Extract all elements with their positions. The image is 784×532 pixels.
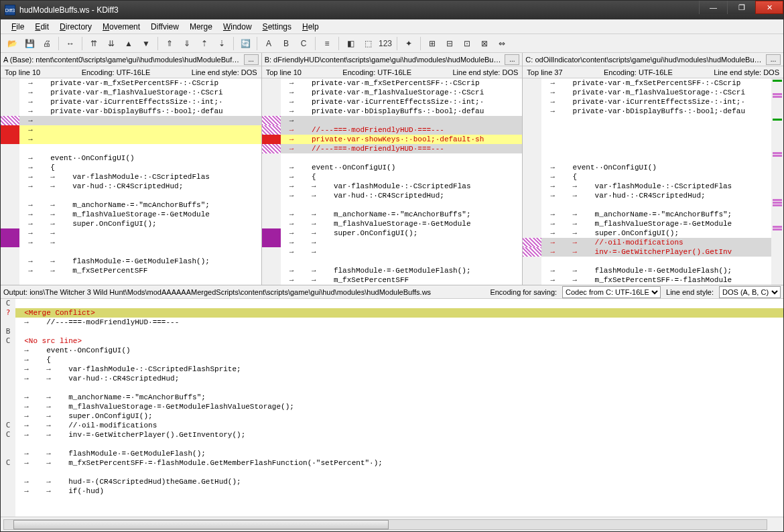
pane-b-gutter — [262, 78, 281, 285]
toolbar-button-7[interactable]: ▼ — [139, 36, 153, 51]
toolbar-button-12[interactable]: 🔄 — [238, 36, 253, 51]
menu-window[interactable]: Window — [218, 21, 257, 33]
output-encoding-label: Encoding for saving: — [490, 288, 557, 296]
pane-a-path: A (Base): ntent\content0\scripts\game\gu… — [3, 56, 241, 64]
close-button[interactable]: ✕ — [755, 1, 783, 14]
toolbar-button-16[interactable]: ≡ — [320, 36, 334, 51]
scrollbar-thumb[interactable] — [13, 520, 389, 529]
toolbar-button-20[interactable]: ✦ — [401, 36, 416, 51]
app-window: Diff3 hudModuleBuffs.ws - KDiff3 — ❐ ✕ F… — [0, 0, 784, 532]
pane-b: B: dFriendlyHUD\content\scripts\game\gui… — [262, 53, 523, 285]
output-gutter: C?BCCCC — [1, 299, 15, 517]
menu-help[interactable]: Help — [297, 21, 324, 33]
toolbar-button-0[interactable]: 📂 — [5, 36, 19, 51]
maximize-button[interactable]: ❐ — [727, 1, 755, 14]
toolbar-button-17[interactable]: ◧ — [343, 36, 358, 51]
output-header: Output: ions\The Witcher 3 Wild Hunt\Mod… — [1, 285, 783, 299]
toolbar-button-11[interactable]: ⇣ — [214, 36, 229, 51]
menu-diffview[interactable]: Diffview — [145, 21, 184, 33]
toolbar-button-10[interactable]: ⇡ — [197, 36, 212, 51]
toolbar: 📂💾🖨↔⇈⇊▲▼⇑⇓⇡⇣🔄ABC≡◧⬚123✦⊞⊟⊡⊠⇔ — [1, 34, 783, 53]
menubar: File Edit Directory Movement Diffview Me… — [1, 19, 783, 34]
pane-c-path: C: odOilIndicator\content\scripts\game\g… — [525, 56, 763, 64]
pane-a: A (Base): ntent\content0\scripts\game\gu… — [1, 53, 262, 285]
overview-strip[interactable] — [771, 78, 783, 285]
toolbar-button-15[interactable]: C — [296, 36, 311, 51]
toolbar-button-14[interactable]: B — [279, 36, 293, 51]
pane-b-encoding: Encoding: UTF-16LE — [342, 68, 411, 76]
pane-a-gutter — [1, 78, 19, 285]
app-icon: Diff3 — [5, 5, 15, 15]
toolbar-button-5[interactable]: ⇊ — [104, 36, 119, 51]
pane-c-gutter — [523, 78, 541, 285]
toolbar-button-18[interactable]: ⬚ — [361, 36, 375, 51]
toolbar-button-25[interactable]: ⇔ — [495, 36, 509, 51]
pane-a-encoding: Encoding: UTF-16LE — [82, 68, 151, 76]
pane-a-code[interactable]: → private·var·m_fxSetPercentSFF·:·CScrip… — [19, 78, 261, 285]
menu-directory[interactable]: Directory — [54, 21, 97, 33]
output-lineend-label: Line end style: — [666, 288, 714, 296]
toolbar-button-8[interactable]: ⇑ — [162, 36, 177, 51]
menu-edit[interactable]: Edit — [29, 21, 54, 33]
pane-c-code[interactable]: → private·var·m_fxSetPercentSFF·:·CScrip… — [541, 78, 771, 285]
output-lineend-select[interactable]: DOS (A, B, C) — [719, 286, 781, 298]
output-path: Output: ions\The Witcher 3 Wild Hunt\Mod… — [3, 288, 431, 296]
toolbar-button-3[interactable]: ↔ — [63, 36, 78, 51]
pane-a-lineend: Line end style: DOS — [192, 68, 257, 76]
pane-c-browse-button[interactable]: ... — [766, 54, 781, 65]
toolbar-button-24[interactable]: ⊠ — [477, 36, 492, 51]
toolbar-button-21[interactable]: ⊞ — [425, 36, 440, 51]
pane-a-browse-button[interactable]: ... — [244, 54, 259, 65]
toolbar-button-1[interactable]: 💾 — [22, 36, 37, 51]
pane-b-path: B: dFriendlyHUD\content\scripts\game\gui… — [265, 56, 503, 64]
statusbar — [1, 517, 783, 531]
window-title: hudModuleBuffs.ws - KDiff3 — [19, 5, 699, 15]
horizontal-scrollbar[interactable] — [3, 519, 767, 530]
toolbar-button-2[interactable]: 🖨 — [40, 36, 54, 51]
toolbar-button-22[interactable]: ⊟ — [442, 36, 457, 51]
toolbar-button-4[interactable]: ⇈ — [86, 36, 101, 51]
menu-settings[interactable]: Settings — [257, 21, 297, 33]
pane-b-topline: Top line 10 — [266, 68, 302, 76]
pane-c-topline: Top line 37 — [527, 68, 562, 76]
menu-file[interactable]: File — [6, 21, 29, 33]
toolbar-button-23[interactable]: ⊡ — [460, 36, 474, 51]
pane-b-lineend: Line end style: DOS — [452, 68, 518, 76]
pane-b-code[interactable]: → private·var·m_fxSetPercentSFF·:·CScrip… — [281, 78, 523, 285]
output-body: C?BCCCC <Merge Conflict> → //---===·modF… — [1, 299, 783, 517]
pane-b-browse-button[interactable]: ... — [505, 54, 519, 65]
toolbar-button-19[interactable]: 123 — [378, 36, 393, 51]
output-code[interactable]: <Merge Conflict> → //---===·modFriendlyH… — [15, 299, 783, 517]
pane-c-lineend: Line end style: DOS — [714, 68, 779, 76]
pane-a-topline: Top line 10 — [5, 68, 40, 76]
diff-panes: A (Base): ntent\content0\scripts\game\gu… — [1, 53, 783, 285]
menu-movement[interactable]: Movement — [97, 21, 145, 33]
toolbar-button-9[interactable]: ⇓ — [180, 36, 194, 51]
toolbar-button-13[interactable]: A — [261, 36, 276, 51]
output-encoding-select[interactable]: Codec from C: UTF-16LE — [562, 286, 661, 298]
pane-c-encoding: Encoding: UTF-16LE — [604, 68, 673, 76]
titlebar[interactable]: Diff3 hudModuleBuffs.ws - KDiff3 — ❐ ✕ — [1, 1, 783, 19]
pane-c: C: odOilIndicator\content\scripts\game\g… — [523, 53, 783, 285]
toolbar-button-6[interactable]: ▲ — [121, 36, 136, 51]
minimize-button[interactable]: — — [699, 1, 727, 14]
menu-merge[interactable]: Merge — [184, 21, 218, 33]
